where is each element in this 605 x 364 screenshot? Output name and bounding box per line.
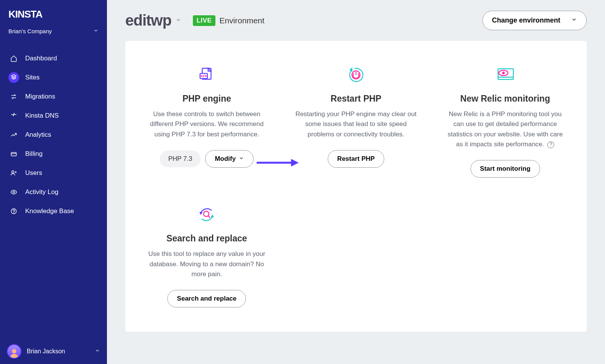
start-monitoring-label: Start monitoring <box>480 165 531 173</box>
sidebar-header: KINSTA Brian's Company <box>0 0 107 38</box>
svg-marker-21 <box>199 212 202 215</box>
environment-indicator: LIVE Environment <box>193 15 265 26</box>
billing-icon <box>8 149 19 159</box>
start-monitoring-button[interactable]: Start monitoring <box>471 160 540 178</box>
nav-users[interactable]: Users <box>0 163 107 183</box>
brand-logo: KINSTA <box>8 9 99 23</box>
user-menu[interactable]: Brian Jackson <box>0 339 107 364</box>
nav-label: Users <box>25 169 42 177</box>
search-replace-label: Search and replace <box>177 295 236 303</box>
tool-title: New Relic monitoring <box>460 94 550 104</box>
svg-marker-22 <box>211 214 214 217</box>
tool-actions: Restart PHP <box>328 150 384 168</box>
tool-desc: New Relic is a PHP monitoring tool you c… <box>444 109 566 149</box>
search-replace-icon <box>197 205 216 224</box>
svg-point-20 <box>502 72 505 74</box>
user-name: Brian Jackson <box>27 348 65 355</box>
page-header: editwp LIVE Environment Change environme… <box>107 0 605 41</box>
tool-actions: PHP 7.3 Modify <box>160 150 254 168</box>
modify-php-button[interactable]: Modify <box>205 150 254 168</box>
company-name: Brian's Company <box>8 28 52 34</box>
nav-label: Analytics <box>25 131 51 139</box>
avatar <box>7 344 21 359</box>
migrations-icon <box>8 91 19 102</box>
tool-restart-php: Restart PHP Restarting your PHP engine m… <box>293 65 419 178</box>
tool-php-engine: PHP engine Use these controls to switch … <box>144 65 270 178</box>
tool-desc: Use these controls to switch between dif… <box>146 109 268 139</box>
tool-title: Search and replace <box>167 233 247 244</box>
analytics-icon <box>8 129 19 140</box>
nav-label: Knowledge Base <box>25 207 74 215</box>
nav-label: Sites <box>25 74 40 81</box>
restart-php-button[interactable]: Restart PHP <box>328 150 384 168</box>
environment-label: Environment <box>219 16 264 25</box>
svg-point-8 <box>14 212 14 213</box>
php-engine-icon <box>198 65 215 84</box>
tool-new-relic: New Relic monitoring New Relic is a PHP … <box>442 65 568 178</box>
sidebar: KINSTA Brian's Company Dashboard Sites <box>0 0 107 364</box>
php-version-badge: PHP 7.3 <box>160 150 201 167</box>
tool-actions: Search and replace <box>167 290 246 307</box>
tools-card: PHP engine Use these controls to switch … <box>125 41 587 332</box>
restart-php-icon <box>347 65 365 84</box>
nav-label: Dashboard <box>25 55 57 62</box>
modify-label: Modify <box>215 155 236 163</box>
tool-actions: Start monitoring <box>471 160 540 178</box>
dns-icon <box>8 110 19 121</box>
svg-line-24 <box>208 216 210 218</box>
nav-activity-log[interactable]: Activity Log <box>0 183 107 202</box>
new-relic-icon <box>495 65 516 84</box>
tool-desc: Use this tool to replace any value in yo… <box>146 249 268 279</box>
primary-nav: Dashboard Sites Migrations Kinsta DNS An… <box>0 49 107 339</box>
nav-analytics[interactable]: Analytics <box>0 125 107 144</box>
nav-knowledge-base[interactable]: Knowledge Base <box>0 202 107 221</box>
users-icon <box>8 168 19 178</box>
site-selector[interactable]: editwp <box>125 12 181 29</box>
nav-label: Billing <box>25 150 42 158</box>
svg-text:KINSTA: KINSTA <box>8 9 43 20</box>
restart-php-label: Restart PHP <box>337 155 375 163</box>
tool-desc-text: New Relic is a PHP monitoring tool you c… <box>448 110 563 148</box>
svg-rect-1 <box>11 152 16 156</box>
svg-point-9 <box>12 349 16 354</box>
svg-point-6 <box>13 191 15 193</box>
tool-title: Restart PHP <box>331 94 382 104</box>
site-name: editwp <box>125 12 171 29</box>
nav-label: Kinsta DNS <box>25 112 59 120</box>
svg-point-3 <box>12 171 14 173</box>
header-left: editwp LIVE Environment <box>125 12 264 29</box>
change-env-label: Change environment <box>492 16 560 24</box>
activity-icon <box>8 187 19 197</box>
svg-point-23 <box>204 211 209 217</box>
nav-label: Activity Log <box>25 188 58 196</box>
nav-dashboard[interactable]: Dashboard <box>0 49 107 68</box>
nav-sites[interactable]: Sites <box>0 68 107 87</box>
tool-title: PHP engine <box>183 94 231 104</box>
chevron-down-icon <box>571 16 577 24</box>
main-area: editwp LIVE Environment Change environme… <box>107 0 605 364</box>
chevron-down-icon <box>175 17 181 24</box>
home-icon <box>8 53 19 64</box>
nav-billing[interactable]: Billing <box>0 144 107 163</box>
sites-icon <box>8 72 19 83</box>
nav-migrations[interactable]: Migrations <box>0 87 107 106</box>
tool-search-replace: Search and replace Use this tool to repl… <box>144 205 270 307</box>
user-info: Brian Jackson <box>7 344 65 359</box>
chevron-down-icon <box>239 155 244 163</box>
change-environment-button[interactable]: Change environment <box>482 11 587 30</box>
tool-desc: Restarting your PHP engine may clear out… <box>295 109 417 139</box>
live-badge: LIVE <box>193 15 216 26</box>
chevron-down-icon <box>93 28 99 34</box>
nav-label: Migrations <box>25 93 55 100</box>
company-selector[interactable]: Brian's Company <box>8 28 99 34</box>
chevron-up-icon <box>95 348 100 355</box>
kb-icon <box>8 206 19 217</box>
search-replace-button[interactable]: Search and replace <box>167 290 246 307</box>
nav-dns[interactable]: Kinsta DNS <box>0 106 107 125</box>
help-icon[interactable]: ? <box>547 141 554 148</box>
